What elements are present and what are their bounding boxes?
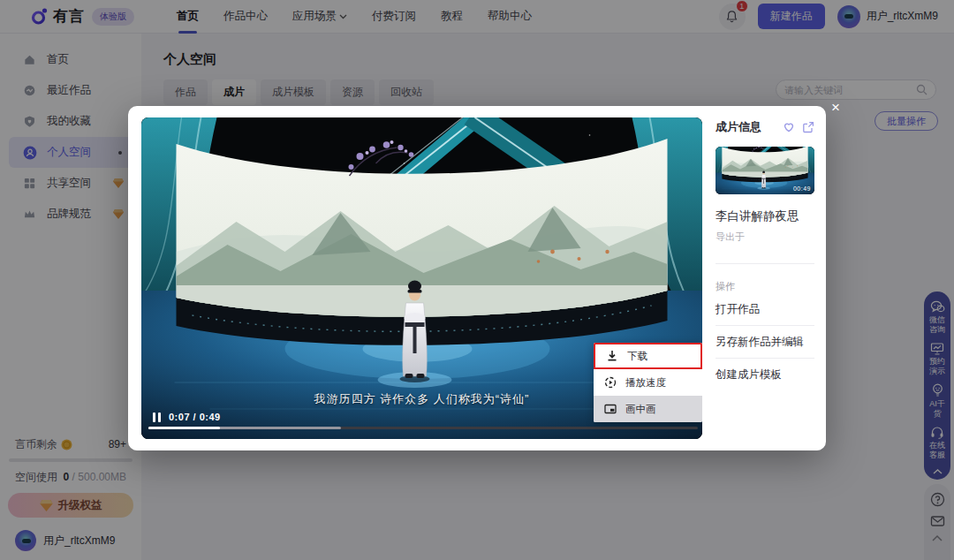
duration-badge: 00:49 xyxy=(793,185,811,192)
time-display: 0:07 / 0:49 xyxy=(169,412,221,422)
heart-icon xyxy=(783,121,795,132)
action-create-template[interactable]: 创建成片模板 xyxy=(716,359,814,390)
player-context-menu: 下载 播放速度 画中画 xyxy=(594,343,702,422)
menu-item-label: 播放速度 xyxy=(625,376,666,390)
share-icon xyxy=(802,121,814,133)
menu-item-download[interactable]: 下载 xyxy=(594,343,702,369)
menu-item-label: 画中画 xyxy=(625,403,656,416)
favorite-button[interactable] xyxy=(783,121,795,133)
playback-speed-icon xyxy=(604,376,617,389)
divider xyxy=(716,263,814,264)
share-button[interactable] xyxy=(802,121,814,133)
pause-button[interactable] xyxy=(153,412,161,422)
menu-item-picture-in-picture[interactable]: 画中画 xyxy=(594,396,702,422)
info-panel-title: 成片信息 xyxy=(716,119,761,135)
video-player[interactable]: 我游历四方 诗作众多 人们称我为“诗仙” 0:07 / 0:49 下载 xyxy=(141,117,702,439)
video-info-panel: 成片信息 00:49 李白讲解静夜思 导出于 操作 xyxy=(716,119,814,390)
menu-item-playback-speed[interactable]: 播放速度 xyxy=(594,369,702,396)
pip-icon xyxy=(604,403,617,415)
progress-played xyxy=(148,427,220,429)
video-thumbnail[interactable]: 00:49 xyxy=(716,147,814,194)
download-icon xyxy=(606,350,618,362)
action-open-work[interactable]: 打开作品 xyxy=(716,293,814,326)
actions-label: 操作 xyxy=(716,280,814,293)
action-save-as-new[interactable]: 另存新作品并编辑 xyxy=(716,326,814,359)
menu-item-label: 下载 xyxy=(627,350,647,363)
exported-at-label: 导出于 xyxy=(716,231,814,244)
modal-close-button[interactable]: × xyxy=(827,99,844,117)
player-controls: 0:07 / 0:49 xyxy=(153,412,221,422)
app-root: 有言 体验版 首页 作品中心 应用场景 付费订阅 教程 帮助中心 1 新 xyxy=(0,0,954,560)
progress-bar[interactable] xyxy=(148,427,698,429)
video-title: 李白讲解静夜思 xyxy=(716,208,814,224)
video-preview-modal: 我游历四方 诗作众多 人们称我为“诗仙” 0:07 / 0:49 下载 xyxy=(128,106,826,450)
